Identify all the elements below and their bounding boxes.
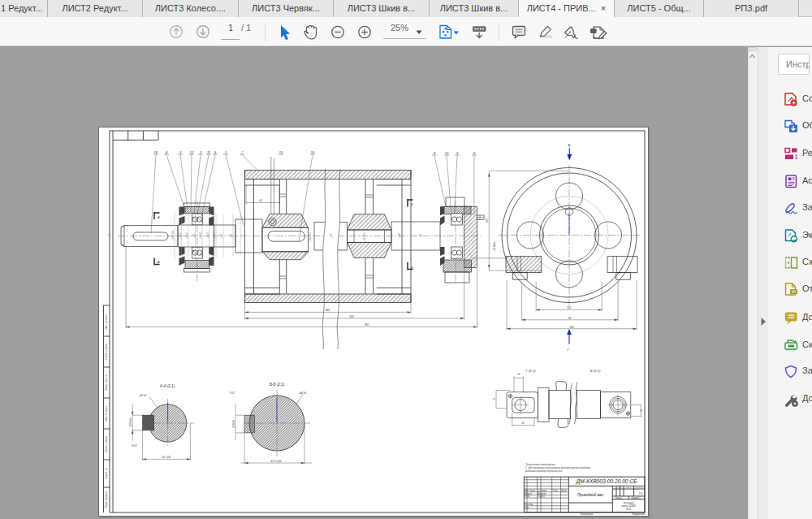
svg-text:8: 8 [214,150,217,154]
svg-text:2: 2 [199,150,202,154]
svg-text:⌀100: ⌀100 [398,232,401,238]
svg-text:35 -0,62: 35 -0,62 [162,456,171,459]
svg-text:7 h11: 7 h11 [229,391,235,395]
svg-text:13: 13 [279,150,283,154]
svg-text:2016: 2016 [625,508,631,511]
svg-text:155: 155 [486,218,489,223]
svg-text:А: А [157,215,160,219]
svg-text:⌀48 к6: ⌀48 к6 [299,391,306,395]
svg-text:3: 3 [179,150,182,154]
svg-text:12: 12 [190,150,194,154]
svg-text:10 Р9/h9: 10 Р9/h9 [129,417,132,427]
svg-text:⌀47: ⌀47 [220,233,223,237]
svg-text:А-А (2:1): А-А (2:1) [159,384,175,388]
svg-text:В (1:1): В (1:1) [590,369,601,373]
svg-text:6: 6 [493,398,496,400]
svg-text:⌀65: ⌀65 [192,233,196,237]
svg-text:Подп. и дата: Подп. и дата [105,436,108,452]
svg-text:8: 8 [434,151,436,155]
svg-text:Пров.: Пров. [525,495,530,498]
svg-text:16: 16 [154,150,158,154]
svg-text:Лист 1: Лист 1 [615,496,623,500]
svg-text:Масса: Масса [626,487,632,488]
svg-text:⌀42: ⌀42 [230,233,233,237]
svg-text:4: 4 [166,150,168,154]
svg-text:10: 10 [445,151,449,155]
svg-text:500: 500 [349,315,354,318]
svg-text:⌀80к6: ⌀80к6 [185,232,188,239]
svg-text:82: 82 [568,317,572,320]
svg-text:⌀42: ⌀42 [419,233,422,237]
svg-text:группа З-2Б32: группа З-2Б32 [621,504,636,508]
svg-text:9: 9 [456,151,459,155]
svg-text:внешний статор передачи №1: внешний статор передачи №1 [525,469,563,473]
svg-text:8 h11: 8 h11 [132,444,137,448]
svg-text:9 Р9/h9: 9 Р9/h9 [232,420,235,428]
svg-text:⌀100L0/l6: ⌀100L0/l6 [171,230,175,240]
svg-text:6: 6 [473,151,476,155]
svg-text:Листов 1: Листов 1 [630,496,641,500]
svg-text:16: 16 [517,373,520,376]
svg-text:Формат А1: Формат А1 [632,513,646,516]
svg-text:Н.контр.: Н.контр. [525,503,533,506]
svg-text:Саруев: Саруев [538,495,545,498]
svg-text:⌀40к7/h6: ⌀40к7/h6 [363,232,366,242]
svg-text:ТПУ ИнЭО: ТПУ ИнЭО [624,502,634,505]
svg-text:19: 19 [640,409,643,413]
svg-text:Б: Б [411,202,413,206]
svg-text:47,5 -0,62: 47,5 -0,62 [270,460,282,463]
svg-text:⌀32 к6: ⌀32 к6 [139,394,146,397]
svg-text:⌀60к9: ⌀60к9 [199,232,202,239]
svg-text:Б-Б (2:1): Б-Б (2:1) [270,383,285,387]
svg-text:№ докум.: № докум. [538,489,547,492]
svg-text:⌀50к7: ⌀50к7 [213,232,216,239]
svg-text:Масштаб: Масштаб [635,487,644,488]
svg-text:⌀90к6: ⌀90к6 [179,232,182,239]
svg-text:Копировал: Копировал [581,513,593,516]
svg-text:⌀36 4отв.: ⌀36 4отв. [493,240,496,251]
svg-text:7: 7 [241,150,244,154]
svg-text:382: 382 [326,309,330,312]
svg-text:11: 11 [207,150,210,154]
svg-text:Инв. № дубл.: Инв. № дубл. [105,405,108,421]
svg-text:1: 1 [225,150,227,154]
svg-text:661: 661 [365,323,369,327]
svg-text:Технические требования: Технические требования [525,463,555,466]
svg-text:Г (1:1): Г (1:1) [525,369,536,373]
svg-text:Подп. и дата: Подп. и дата [105,344,108,360]
svg-text:⌀55к9: ⌀55к9 [206,232,209,239]
svg-text:Перв. примен.: Перв. примен. [105,491,108,508]
svg-text:Б: Б [411,266,413,270]
svg-text:Справ. №: Справ. № [105,467,108,479]
svg-text:1:2: 1:2 [639,492,643,495]
svg-text:32: 32 [521,422,525,425]
svg-text:140: 140 [569,326,574,329]
svg-text:Взам. инв. №: Взам. инв. № [105,374,108,391]
svg-text:⌀42: ⌀42 [330,233,333,237]
svg-text:⌀37: ⌀37 [108,233,111,237]
svg-text:Разраб.: Разраб. [525,492,533,495]
svg-text:15: 15 [311,150,315,154]
svg-text:Утв.: Утв. [525,506,529,509]
svg-text:Дата: Дата [560,489,567,492]
svg-text:А: А [157,260,160,264]
svg-text:4,2: 4,2 [259,199,263,202]
svg-text:ДМ-КХВ003-00.20.00 СБ: ДМ-КХВ003-00.20.00 СБ [576,478,637,485]
svg-text:В: В [568,143,571,147]
svg-text:Лит.: Лит. [617,487,623,488]
svg-text:Подп.: Подп. [553,489,559,492]
svg-text:Инв. № подл.: Инв. № подл. [105,314,108,329]
svg-text:Изм. Лист: Изм. Лист [525,489,536,492]
svg-text:⌀40к7/h6: ⌀40к7/h6 [309,232,312,242]
svg-text:Приводной вал: Приводной вал [577,492,604,497]
svg-text:Андреев: Андреев [537,492,546,495]
svg-text:102: 102 [567,306,572,309]
svg-text:Г: Г [568,348,570,352]
